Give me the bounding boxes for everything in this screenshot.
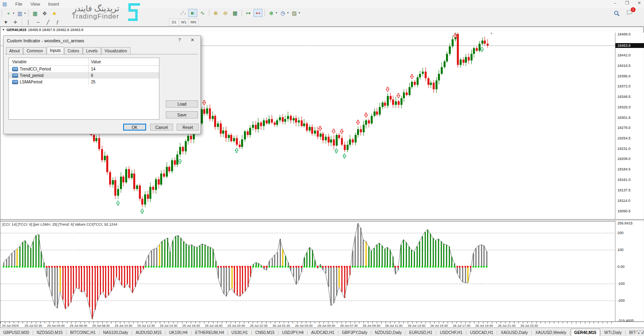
- symbol-tab-gbpjpy[interactable]: GBPJPY,Daily: [339, 329, 370, 336]
- new-order-icon[interactable]: ＋: [4, 9, 13, 17]
- table-row[interactable]: 123LSMAPeriod25: [9, 79, 159, 85]
- column-header-value[interactable]: Value: [89, 58, 159, 65]
- zoom-out-icon[interactable]: ⊖: [221, 9, 230, 17]
- value-cell[interactable]: 6: [89, 72, 159, 79]
- symbol-tab-nzdsgd[interactable]: NZDSGD,M15: [33, 329, 66, 336]
- time-axis-label: 25 Jul 02:30: [25, 324, 42, 328]
- close-button[interactable]: ✕: [636, 0, 642, 6]
- navigator-icon[interactable]: ✥: [40, 9, 49, 17]
- fibonacci-icon[interactable]: ƒ: [53, 19, 62, 26]
- indicators-icon[interactable]: ⊕: [267, 9, 276, 17]
- horizontal-line-icon[interactable]: ─: [33, 19, 43, 26]
- symbol-tab-ger40[interactable]: GER40,M15: [571, 329, 600, 336]
- timeframe-button-mn[interactable]: MN: [189, 19, 198, 26]
- symbol-tab-xauusd[interactable]: XAUUSD,Weekly: [532, 329, 570, 336]
- favorites-icon[interactable]: ★: [50, 9, 59, 17]
- symbol-tab-nzdusd[interactable]: NZDUSD,Daily: [372, 329, 405, 336]
- notification-icon[interactable]: 1: [626, 10, 633, 17]
- price-axis-label: 18278.0: [617, 126, 631, 130]
- time-axis-label: 25 Jul 16:30: [182, 324, 200, 328]
- time-axis-label: 24 Jul 2024: [2, 324, 19, 328]
- symbol-tab-cn50[interactable]: CN50,M15: [252, 329, 278, 336]
- candlestick-icon[interactable]: ▮▯: [188, 9, 197, 17]
- symbol-tab-usdjpy[interactable]: USDJPY,H4: [279, 329, 307, 336]
- load-button[interactable]: Load: [166, 100, 198, 108]
- line-chart-icon[interactable]: ∿: [198, 9, 207, 17]
- new-chart-icon-caret[interactable]: ▾: [25, 12, 26, 15]
- symbol-tab-ethereum[interactable]: ETHEREUM,H4: [192, 329, 227, 336]
- dialog-tab-inputs[interactable]: Inputs: [47, 47, 64, 54]
- symbol-tab-eurusd[interactable]: EURUSD,H1: [406, 329, 436, 336]
- column-header-variable[interactable]: Variable: [9, 58, 89, 65]
- templates-icon[interactable]: ▨: [290, 9, 299, 17]
- reset-button[interactable]: Reset: [177, 124, 199, 131]
- symbol-tab-bitcoinc[interactable]: BITCOINC,H1: [67, 329, 99, 336]
- variable-name: TrendCCI_Period: [20, 67, 51, 71]
- profiles-icon[interactable]: ▦: [31, 9, 39, 17]
- templates-icon-caret[interactable]: ▾: [299, 11, 300, 15]
- time-axis-label: 25 Jul 10:30: [115, 324, 132, 328]
- dialog-titlebar[interactable]: Custom Indicator - woodies_cci_arrows ? …: [4, 36, 200, 46]
- price-axis-label: 18325.0: [617, 105, 631, 109]
- chart-end-marker-icon: ▼: [490, 32, 493, 35]
- dialog-close-button[interactable]: ✕: [189, 37, 196, 43]
- caption-collapse-icon[interactable]: ▼: [2, 28, 5, 31]
- new-chart-icon[interactable]: ▥: [16, 9, 25, 17]
- periods-icon-caret[interactable]: ▾: [287, 11, 289, 15]
- cci-axis-label: 100: [617, 248, 623, 252]
- tab-scroll-right-icon[interactable]: ▸: [642, 331, 643, 335]
- table-row[interactable]: 123Trend_period6: [9, 72, 159, 79]
- trendline-icon[interactable]: ╱: [43, 19, 53, 26]
- symbol-tab-usdchf[interactable]: USDCHF,H1: [437, 329, 466, 336]
- indicators-icon-caret[interactable]: ▾: [276, 11, 277, 15]
- price-axis: 18463.8 18489.018442.018418.518395.01837…: [615, 33, 644, 219]
- auto-scroll-icon[interactable]: ↦: [244, 9, 253, 17]
- symbol-tab-nas100[interactable]: NAS100,Daily: [100, 329, 131, 336]
- value-cell[interactable]: 14: [89, 66, 159, 72]
- symbol-tab-uk100[interactable]: UK100,H4: [166, 329, 191, 336]
- bar-chart-icon[interactable]: ╷╵╷: [179, 9, 188, 17]
- chart-shift-icon[interactable]: ↤: [254, 9, 262, 17]
- search-icon[interactable]: [614, 10, 620, 17]
- timeframe-button-d1[interactable]: D1: [169, 19, 179, 26]
- dialog-help-button[interactable]: ?: [176, 37, 183, 42]
- restore-button[interactable]: ❐: [624, 0, 630, 6]
- save-button[interactable]: Save: [166, 111, 198, 118]
- ok-button[interactable]: OK: [123, 124, 146, 131]
- tab-scroll-buttons: ◂ ▸: [636, 331, 643, 335]
- chart-caption[interactable]: ▼ GER40,M15 18465.8 18467.8 18462.8 1846…: [0, 27, 643, 32]
- value-cell[interactable]: 25: [89, 79, 159, 85]
- time-axis-label: 25 Jul 14:30: [160, 324, 178, 328]
- symbol-tab-gbpusd[interactable]: GBPUSD,M30: [0, 329, 32, 336]
- cci-histogram[interactable]: [0, 221, 615, 321]
- cci-axis-label: -100: [617, 282, 625, 286]
- symbol-tab-xagusd[interactable]: XAGUSD,Daily: [497, 329, 531, 336]
- new-order-icon-caret[interactable]: ▾: [13, 12, 14, 15]
- minimize-button[interactable]: –: [612, 0, 618, 6]
- menu-item-file[interactable]: File: [11, 1, 27, 7]
- time-axis-label: 26 Jul 15:30: [430, 324, 448, 328]
- menu-item-view[interactable]: View: [27, 1, 44, 7]
- cci-axis-label: 200: [617, 231, 623, 235]
- symbol-tab-audusd[interactable]: AUDUSD,M15: [132, 329, 165, 336]
- symbol-tab-usdcad[interactable]: USDCAD,H1: [467, 329, 497, 336]
- vertical-line-icon[interactable]: │: [24, 19, 33, 26]
- tile-windows-icon[interactable]: ▦: [231, 9, 239, 17]
- timeframe-button-w1[interactable]: W1: [179, 19, 189, 26]
- periods-icon[interactable]: ◷: [279, 9, 287, 17]
- zoom-in-icon[interactable]: ⊕: [211, 9, 220, 17]
- crosshair-icon[interactable]: ✛: [10, 19, 20, 26]
- tab-scroll-left-icon[interactable]: ◂: [638, 331, 639, 335]
- time-axis-ticks: [0, 322, 615, 324]
- price-axis-label: 18161.0: [617, 178, 631, 182]
- symbol-tab-audcad[interactable]: AUDCAD,H1: [308, 329, 338, 336]
- menu-item-insert[interactable]: Insert: [44, 1, 63, 7]
- price-axis-label: 18090.5: [617, 209, 631, 213]
- symbol-tab-wti[interactable]: WTI,Daily: [601, 329, 625, 336]
- price-axis-label: 18231.0: [617, 147, 631, 151]
- variable-cell: 123LSMAPeriod: [9, 79, 89, 85]
- cancel-button[interactable]: Cancel: [150, 124, 173, 131]
- table-row[interactable]: 123TrendCCI_Period14: [9, 66, 159, 72]
- symbol-tab-us30[interactable]: US30,H1: [228, 329, 251, 336]
- charts-toolbar: ╷╵╷▮▯∿⊕⊖▦↦↤⊕▾◷▾▨▾: [178, 8, 301, 17]
